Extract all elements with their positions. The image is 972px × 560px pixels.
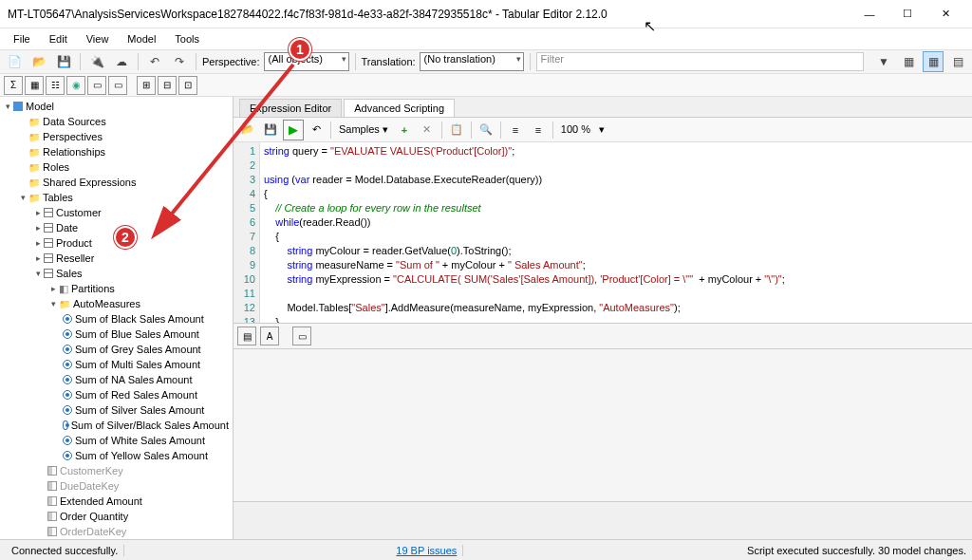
- bp-issues-link[interactable]: 19 BP issues: [390, 545, 463, 556]
- tree-measure[interactable]: Sum of NA Sales Amount: [75, 374, 193, 385]
- tree-measure[interactable]: Sum of Silver/Black Sales Amount: [71, 420, 229, 431]
- tree-measure[interactable]: Sum of Yellow Sales Amount: [75, 450, 208, 461]
- property-grid[interactable]: [234, 349, 972, 501]
- zoom-dropdown[interactable]: 100 % ▾: [557, 123, 608, 136]
- redo-icon[interactable]: ↷: [169, 51, 190, 72]
- tree-measure[interactable]: Sum of Black Sales Amount: [75, 313, 204, 325]
- callout-2: 2: [114, 226, 137, 249]
- translation-dropdown[interactable]: (No translation): [420, 52, 524, 71]
- tree-table[interactable]: Product: [56, 237, 92, 249]
- status-script: Script executed succesfully. 30 model ch…: [747, 545, 966, 556]
- cursor-icon: ↖: [644, 17, 656, 35]
- tab-scripting[interactable]: Advanced Scripting: [344, 99, 455, 117]
- save-icon[interactable]: 💾: [53, 51, 74, 72]
- view3-icon[interactable]: ▤: [947, 51, 968, 72]
- model-tree-pane: ▾Model 📁Data Sources 📁Perspectives 📁Rela…: [0, 97, 234, 539]
- page-icon[interactable]: ▭: [292, 327, 311, 345]
- tree-measure[interactable]: Sum of Blue Sales Amount: [75, 328, 199, 340]
- find-icon[interactable]: 🔍: [476, 120, 496, 140]
- tree-root[interactable]: Model: [26, 101, 54, 112]
- minimize-button[interactable]: —: [850, 1, 888, 28]
- outdent-icon[interactable]: ≡: [528, 120, 549, 140]
- menu-tools[interactable]: Tools: [167, 31, 207, 47]
- perspective-label: Perspective:: [202, 56, 260, 67]
- filter-input[interactable]: Filter: [536, 52, 864, 71]
- connect-icon[interactable]: 🔌: [86, 51, 107, 72]
- menu-edit[interactable]: Edit: [42, 31, 75, 47]
- code-editor[interactable]: 1234567891011121314 string query = "EVAL…: [234, 142, 972, 323]
- open-icon[interactable]: 📂: [28, 51, 49, 72]
- delete-icon[interactable]: ✕: [417, 120, 438, 140]
- output-area: [234, 501, 972, 539]
- tree-table[interactable]: Customer: [56, 207, 102, 218]
- window-title: MT-LT05647\AnalysisServicesWorkspace1827…: [8, 8, 850, 21]
- maximize-button[interactable]: ☐: [888, 1, 926, 28]
- menu-bar: File Edit View Model Tools: [0, 28, 972, 49]
- view2-icon[interactable]: ▦: [923, 51, 944, 72]
- tree-column[interactable]: DueDateKey: [60, 480, 119, 492]
- new-icon[interactable]: 📄: [4, 51, 25, 72]
- main-toolbar: 📄 📂 💾 🔌 ☁ ↶ ↷ Perspective: (All objects)…: [0, 49, 972, 74]
- cat-icon[interactable]: ▤: [237, 327, 256, 345]
- indent-icon[interactable]: ≡: [505, 120, 526, 140]
- tree-table-sales[interactable]: Sales: [56, 268, 83, 279]
- add-icon[interactable]: +: [394, 120, 415, 140]
- tree-tables[interactable]: Tables: [43, 192, 73, 203]
- deploy-icon[interactable]: ☁: [111, 51, 132, 72]
- menu-model[interactable]: Model: [120, 31, 163, 47]
- tree-column[interactable]: OrderDateKey: [60, 526, 126, 537]
- role-icon[interactable]: ▭: [108, 76, 127, 95]
- tree-measure[interactable]: Sum of Red Sales Amount: [75, 389, 197, 401]
- props-toolbar: ▤ A ▭: [234, 323, 972, 349]
- tree-toolbar: Σ ▦ ☷ ◉ ▭ ▭ ⊞ ⊟ ⊡: [0, 74, 972, 97]
- tree-partitions[interactable]: Partitions: [71, 283, 115, 294]
- menu-view[interactable]: View: [79, 31, 117, 47]
- az-icon[interactable]: A: [260, 327, 279, 345]
- samples-dropdown[interactable]: Samples ▾: [335, 123, 392, 136]
- callout-1: 1: [289, 38, 311, 61]
- tree-column[interactable]: Extended Amount: [60, 495, 142, 507]
- tree-column[interactable]: CustomerKey: [60, 465, 123, 476]
- tree-shared-expr[interactable]: Shared Expressions: [43, 177, 136, 188]
- tree-table[interactable]: Reseller: [56, 252, 94, 264]
- tree-measure[interactable]: Sum of Silver Sales Amount: [75, 404, 204, 416]
- sigma-icon[interactable]: Σ: [4, 76, 23, 95]
- part-icon[interactable]: ▭: [87, 76, 106, 95]
- tree-column[interactable]: Order Quantity: [60, 511, 128, 522]
- view1-icon[interactable]: ▦: [898, 51, 919, 72]
- tree-measure[interactable]: Sum of Multi Sales Amount: [75, 359, 200, 370]
- close-button[interactable]: ✕: [926, 1, 964, 28]
- paste-icon[interactable]: 📋: [446, 120, 467, 140]
- col-icon[interactable]: ▦: [25, 76, 44, 95]
- menu-file[interactable]: File: [6, 31, 38, 47]
- run-button[interactable]: ▶: [283, 120, 304, 140]
- tree-measure[interactable]: Sum of White Sales Amount: [75, 435, 205, 446]
- editor-pane: Expression Editor Advanced Scripting 📂 💾…: [234, 97, 972, 539]
- status-bar: Connected succesfully. 19 BP issues Scri…: [0, 539, 972, 560]
- tree-measure[interactable]: Sum of Grey Sales Amount: [75, 344, 201, 355]
- save-script-icon[interactable]: 💾: [260, 120, 281, 140]
- undo-icon[interactable]: ↶: [144, 51, 165, 72]
- tab-expression[interactable]: Expression Editor: [239, 99, 342, 117]
- sort3-icon[interactable]: ⊡: [178, 76, 197, 95]
- kpi-icon[interactable]: ◉: [66, 76, 85, 95]
- status-connection: Connected succesfully.: [6, 545, 124, 556]
- tree-table[interactable]: Date: [56, 222, 78, 233]
- tree-automeasures[interactable]: AutoMeasures: [73, 298, 140, 309]
- sort1-icon[interactable]: ⊞: [137, 76, 156, 95]
- filter-icon[interactable]: ▼: [873, 51, 894, 72]
- hier-icon[interactable]: ☷: [46, 76, 65, 95]
- tree-roles[interactable]: Roles: [43, 161, 69, 173]
- tree-data-sources[interactable]: Data Sources: [43, 116, 106, 127]
- undo-script-icon[interactable]: ↶: [306, 120, 327, 140]
- script-toolbar: 📂 💾 ▶ ↶ Samples ▾ + ✕ 📋 🔍 ≡ ≡ 100 % ▾: [234, 118, 972, 142]
- tree-perspectives[interactable]: Perspectives: [43, 131, 103, 142]
- open-script-icon[interactable]: 📂: [237, 120, 258, 140]
- translation-label: Translation:: [362, 56, 416, 67]
- tree-relationships[interactable]: Relationships: [43, 146, 105, 158]
- model-tree[interactable]: ▾Model 📁Data Sources 📁Perspectives 📁Rela…: [0, 97, 233, 539]
- sort2-icon[interactable]: ⊟: [158, 76, 177, 95]
